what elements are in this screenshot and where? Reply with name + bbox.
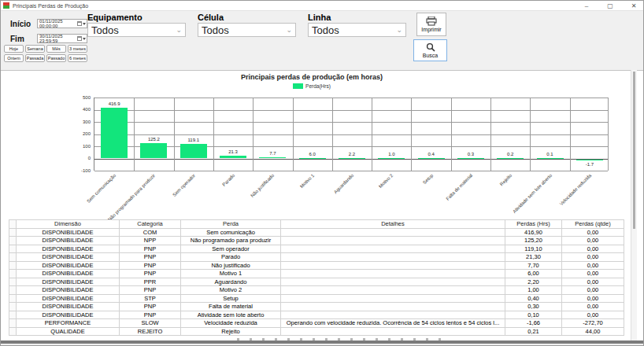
v-gridline [253, 98, 254, 171]
equipamento-combobox[interactable]: Todos⌄ [87, 23, 186, 37]
table-cell: 0,00 [562, 245, 624, 253]
table-cell: SLOW [120, 319, 181, 328]
minimize-icon[interactable]: – [582, 2, 591, 9]
table-row[interactable]: DISPONIBILIDADEPNPParado21,300,00 [9, 253, 624, 262]
table-cell: -272,70 [562, 319, 624, 328]
linha-label: Linha [308, 13, 406, 22]
table-cell: 2,20 [505, 278, 562, 286]
table-cell: PNP [120, 311, 181, 319]
busca-button[interactable]: Busca [413, 39, 447, 61]
inicio-date-input[interactable]: 01/11/2025 00:00:00 [37, 19, 87, 28]
table-cell: 7,70 [505, 261, 562, 270]
v-gridline [174, 98, 175, 171]
table-row[interactable]: DISPONIBILIDADEPNPMotivo 16,000,00 [9, 270, 624, 278]
legend-swatch [293, 83, 303, 89]
table-cell: DISPONIBILIDADE [17, 294, 120, 303]
maximize-icon[interactable]: ▢ [605, 2, 615, 9]
app-window: Principais Perdas de Produção – ▢ ✕ Iníc… [0, 0, 644, 346]
column-header-perdas-qtde-: Perdas (qtde) [562, 220, 624, 229]
table-row[interactable]: QUALIDADEREJEITORejeito0,2144,00 [9, 327, 624, 336]
bar-rejeito [497, 158, 524, 159]
v-gridline [293, 98, 294, 171]
row-header-corner [9, 220, 17, 229]
v-gridline [530, 98, 531, 171]
imprimir-label: Imprimir [421, 27, 441, 32]
table-cell: DISPONIBILIDADE [17, 286, 120, 295]
table-cell: 0,00 [562, 237, 624, 245]
table-cell [281, 294, 505, 303]
legend-label: Perda(Hrs) [305, 83, 331, 89]
quick-button-3-meses[interactable]: 3 meses [68, 45, 87, 53]
chart-title: Principais perdas de produção (em horas) [1, 73, 623, 81]
table-row[interactable]: DISPONIBILIDADECOMSem comunicação416,900… [9, 228, 624, 237]
v-gridline [490, 98, 491, 171]
table-row[interactable]: DISPONIBILIDADESTPSetup0,400,00 [9, 294, 624, 303]
window-title: Principais Perdas de Produção [13, 3, 88, 9]
table-row[interactable]: DISPONIBILIDADENPPNão programado para pr… [9, 237, 624, 245]
table-row[interactable]: PERFORMANCESLOWVelocidade reduzidaOperan… [9, 319, 624, 328]
quick-button-semana[interactable]: Semana [25, 45, 45, 53]
column-header-perda: Perda [181, 220, 281, 229]
quick-button-mês[interactable]: Mês [46, 45, 66, 53]
v-gridline [411, 98, 412, 171]
quick-buttons: HojeSemanaMês3 mesesOntemPassadaPassado6… [4, 45, 87, 62]
table-cell: DISPONIBILIDADE [17, 237, 120, 245]
table-cell [281, 327, 505, 336]
table-cell: DISPONIBILIDADE [17, 228, 120, 237]
quick-button-passada[interactable]: Passada [25, 54, 45, 62]
table-row[interactable]: DISPONIBILIDADEPNPMotivo 21,000,00 [9, 286, 624, 295]
bar-aguardando [339, 158, 365, 159]
linha-combobox[interactable]: Todos⌄ [308, 23, 406, 37]
chevron-down-icon: ⌄ [176, 26, 182, 34]
table-cell [281, 270, 505, 278]
table-row[interactable]: DISPONIBILIDADEPNPFalta de material0,300… [9, 303, 624, 311]
table-cell: Parado [181, 253, 281, 262]
scrollbar-thumb[interactable] [633, 72, 635, 229]
table-cell: 416,90 [505, 228, 562, 237]
fim-label: Fim [10, 35, 24, 43]
table-cell: 0,40 [505, 294, 562, 303]
quick-button-passado[interactable]: Passado [46, 54, 66, 62]
table-cell: PPR [120, 278, 181, 286]
quick-button-ontem[interactable]: Ontem [4, 54, 24, 62]
table-cell: DISPONIBILIDADE [17, 270, 120, 278]
y-tick-label: 0 [67, 156, 91, 160]
x-axis-labels: Sem comunicaçãoNão programado para produ… [94, 171, 609, 217]
printer-icon [426, 17, 437, 26]
table-cell: 0,30 [505, 303, 562, 311]
c-lula-value: Todos [202, 24, 229, 36]
table-row[interactable]: DISPONIBILIDADEPNPNão justificado7,700,0… [9, 261, 624, 270]
table-cell [281, 245, 505, 253]
calendar-dropdown-icon[interactable] [77, 21, 87, 26]
imprimir-button[interactable]: Imprimir [416, 13, 446, 36]
bar-atividade-sem-lote-aberto [537, 158, 564, 159]
table-cell: DISPONIBILIDADE [17, 303, 120, 311]
table-cell: Setup [181, 294, 281, 303]
bar-value-label: 0.4 [416, 152, 447, 156]
calendar-dropdown-icon[interactable] [77, 36, 87, 41]
busca-label: Busca [423, 53, 438, 58]
table-cell [281, 286, 505, 295]
row-header-cell [9, 311, 17, 319]
row-header-cell [9, 286, 17, 295]
quick-button-hoje[interactable]: Hoje [4, 45, 24, 53]
bar-chart-plot: 416.9125.2119.121.37.76.02.21.00.40.30.2… [94, 98, 609, 171]
fim-date-input[interactable]: 30/11/2025 23:59:59 [37, 34, 87, 43]
table-row[interactable]: DISPONIBILIDADEPNPSem operador119,100,00 [9, 245, 624, 253]
table-cell: Aguardando [181, 278, 281, 286]
v-gridline [451, 98, 452, 171]
table-row[interactable]: DISPONIBILIDADEPNPAtividade sem lote abe… [9, 311, 624, 319]
close-icon[interactable]: ✕ [629, 2, 638, 9]
chevron-down-icon: ⌄ [286, 26, 292, 34]
quick-button-6-meses[interactable]: 6 meses [68, 54, 87, 62]
table-cell [281, 228, 505, 237]
table-row[interactable]: DISPONIBILIDADEPPRAguardando2,200,00 [9, 278, 624, 286]
chart-legend: Perda(Hrs) [1, 83, 623, 89]
bar-value-label: 6.0 [297, 152, 328, 156]
vertical-scrollbar[interactable] [631, 70, 637, 340]
table-cell: PNP [120, 253, 181, 262]
row-header-cell [9, 278, 17, 286]
equipamento-value: Todos [91, 24, 119, 36]
c-lula-combobox[interactable]: Todos⌄ [198, 23, 296, 37]
bar-value-label: 125.2 [138, 137, 169, 142]
